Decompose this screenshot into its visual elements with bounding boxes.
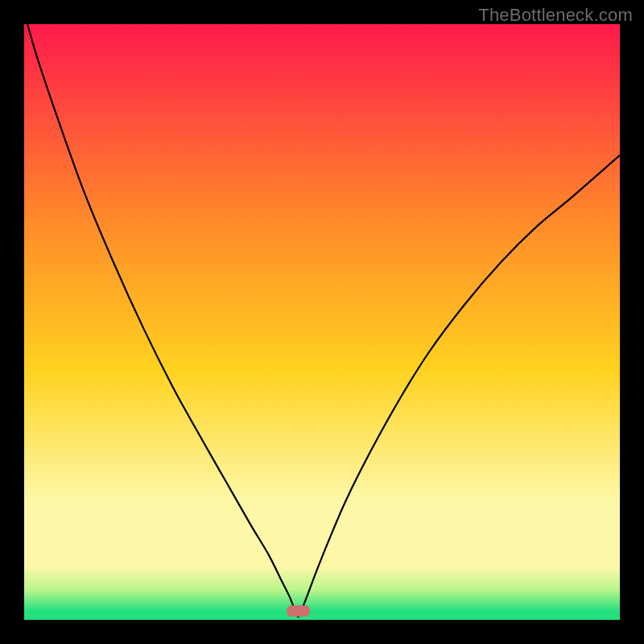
outer-frame: TheBottleneck.com — [0, 0, 644, 644]
watermark-text: TheBottleneck.com — [478, 5, 633, 26]
bottleneck-curve — [24, 24, 620, 620]
minimum-marker — [287, 605, 311, 617]
plot-area — [24, 24, 620, 620]
